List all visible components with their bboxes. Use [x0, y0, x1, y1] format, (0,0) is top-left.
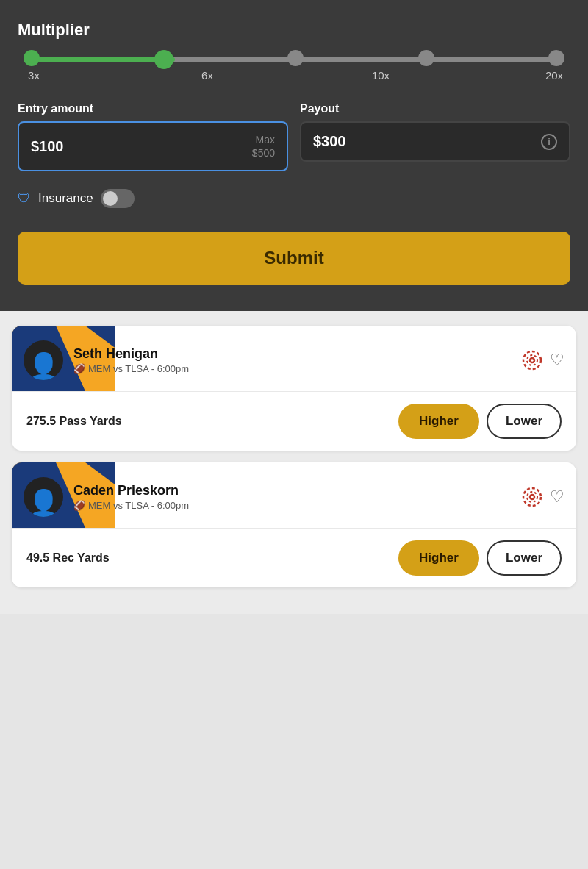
player-1-higher-button[interactable]: Higher — [398, 404, 479, 439]
player-2-actions: ♡ — [522, 487, 564, 507]
multiplier-slider[interactable]: 3x 6x 10x 20x — [18, 57, 570, 82]
player-card-1: 👤 Seth Henigan 🏈 MEM vs TLSA - 6:00pm ♡ — [12, 326, 576, 451]
player-2-lower-button[interactable]: Lower — [487, 540, 562, 576]
bullseye-icon-2[interactable] — [522, 487, 542, 507]
slider-labels: 3x 6x 10x 20x — [24, 69, 564, 82]
player-2-higher-button[interactable]: Higher — [398, 540, 479, 576]
player-card-2-header: 👤 Caden Prieskorn 🏈 MEM vs TLSA - 6:00pm… — [12, 462, 576, 529]
payout-value: $300 — [313, 133, 346, 150]
slider-dots — [24, 50, 564, 69]
entry-input[interactable]: $100 Max $500 — [18, 121, 288, 171]
player-2-avatar: 👤 — [24, 477, 63, 517]
heart-icon-1[interactable]: ♡ — [550, 351, 564, 370]
player-1-info: Seth Henigan 🏈 MEM vs TLSA - 6:00pm — [74, 346, 522, 374]
insurance-row: 🛡 Insurance — [18, 189, 570, 208]
player-2-match: 🏈 MEM vs TLSA - 6:00pm — [74, 500, 522, 511]
entry-label: Entry amount — [18, 102, 288, 115]
entry-field-group: Entry amount $100 Max $500 — [18, 102, 288, 171]
heart-icon-2[interactable]: ♡ — [550, 487, 564, 507]
player-2-info: Caden Prieskorn 🏈 MEM vs TLSA - 6:00pm — [74, 483, 522, 511]
bullseye-icon-1[interactable] — [522, 350, 542, 371]
slider-label-3x: 3x — [19, 69, 49, 82]
slider-label-6x: 6x — [193, 69, 222, 82]
slider-dot-5[interactable] — [548, 50, 564, 66]
multiplier-title: Multiplier — [18, 21, 570, 40]
svg-point-9 — [523, 488, 541, 506]
player-1-stat-buttons: Higher Lower — [398, 404, 562, 439]
player-2-name: Caden Prieskorn — [74, 483, 522, 498]
player-1-match: 🏈 MEM vs TLSA - 6:00pm — [74, 363, 522, 374]
player-2-stat-buttons: Higher Lower — [398, 540, 562, 576]
payout-label: Payout — [300, 102, 570, 115]
svg-point-11 — [530, 495, 534, 499]
svg-point-3 — [523, 351, 541, 369]
submit-button[interactable]: Submit — [18, 232, 570, 285]
payout-display: $300 i — [300, 121, 570, 162]
player-1-actions: ♡ — [522, 350, 564, 371]
slider-label-10x: 10x — [366, 69, 395, 82]
football-icon-2: 🏈 — [74, 500, 85, 511]
player-1-stat-label: 275.5 Pass Yards — [26, 415, 122, 428]
payout-field-group: Payout $300 i — [300, 102, 570, 171]
player-card-2: 👤 Caden Prieskorn 🏈 MEM vs TLSA - 6:00pm… — [12, 462, 576, 587]
slider-label-20x: 20x — [539, 69, 569, 82]
player-1-avatar: 👤 — [24, 340, 63, 380]
insurance-toggle[interactable] — [101, 189, 135, 208]
bottom-section: 👤 Seth Henigan 🏈 MEM vs TLSA - 6:00pm ♡ — [0, 311, 588, 614]
player-1-stat-row: 275.5 Pass Yards Higher Lower — [12, 392, 576, 451]
svg-point-10 — [527, 492, 537, 502]
entry-max: Max $500 — [252, 133, 275, 160]
entry-value: $100 — [31, 138, 64, 155]
slider-dot-2[interactable] — [154, 50, 173, 69]
entry-payout-row: Entry amount $100 Max $500 Payout $300 i — [18, 102, 570, 171]
slider-dot-4[interactable] — [418, 50, 434, 66]
svg-point-4 — [527, 355, 537, 365]
player-card-1-header: 👤 Seth Henigan 🏈 MEM vs TLSA - 6:00pm ♡ — [12, 326, 576, 392]
slider-track — [24, 57, 564, 62]
slider-dot-1[interactable] — [24, 50, 40, 66]
insurance-label: Insurance — [38, 191, 93, 206]
slider-dot-3[interactable] — [287, 50, 304, 66]
shield-icon: 🛡 — [18, 191, 31, 207]
toggle-knob — [103, 191, 118, 206]
player-1-name: Seth Henigan — [74, 346, 522, 362]
football-icon-1: 🏈 — [74, 363, 85, 374]
player-2-stat-row: 49.5 Rec Yards Higher Lower — [12, 529, 576, 587]
player-2-stat-label: 49.5 Rec Yards — [26, 551, 110, 565]
top-section: Multiplier 3x 6x 10x 20x Entry amount $1… — [0, 0, 588, 311]
player-1-lower-button[interactable]: Lower — [487, 404, 562, 439]
info-icon[interactable]: i — [541, 134, 557, 150]
svg-point-5 — [530, 358, 534, 362]
